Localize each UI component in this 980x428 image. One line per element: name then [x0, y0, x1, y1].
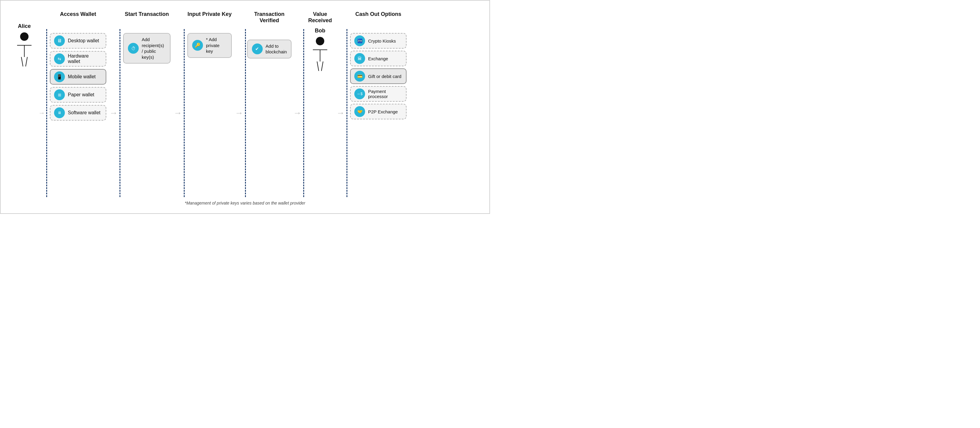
dashed-line-6	[347, 29, 348, 197]
cashout-payment-processor: ↔$ Payment processor	[350, 86, 407, 101]
bob-body	[320, 50, 320, 62]
arrow-wallets-to-start: →	[108, 108, 119, 118]
blockchain-text: Add to blockchain	[266, 43, 287, 55]
access-wallet-column: Access Wallet 🖥 Desktop wallet ⇆ Hardwar…	[48, 11, 108, 203]
alice-leg-right	[25, 57, 28, 66]
dashed-line-5	[303, 29, 304, 197]
dashed-line-4	[245, 29, 246, 197]
value-received-title: Value Received	[307, 11, 333, 24]
wallet-list: 🖥 Desktop wallet ⇆ Hardware wallet 📱 Mob…	[50, 33, 106, 120]
arrow-alice-to-wallets: →	[38, 109, 46, 117]
alice-head	[20, 32, 29, 41]
software-wallet-label: Software wallet	[68, 110, 100, 116]
divider-3	[183, 29, 186, 197]
arrow-verified-to-bob: →	[292, 108, 303, 118]
bob-legs	[317, 62, 323, 71]
mobile-wallet-icon: 📱	[54, 71, 65, 82]
private-key-icon: 🔑	[192, 40, 203, 51]
alice-leg-left	[21, 57, 24, 66]
step-add-blockchain: ✔ Add to blockchain	[247, 40, 292, 59]
alice-legs	[21, 57, 28, 67]
alice-column: Alice	[11, 11, 38, 203]
dashed-line-1	[46, 29, 48, 197]
p2p-exchange-label: P2P Exchange	[368, 109, 398, 114]
cashout-exchange: 🏛 Exchange	[350, 51, 407, 66]
exchange-icon: 🏛	[354, 53, 365, 64]
access-wallet-title: Access Wallet	[60, 11, 96, 18]
desktop-wallet-icon: 🖥	[54, 35, 65, 46]
cash-out-options-title: Cash Out Options	[355, 11, 401, 18]
bob-label: Bob	[315, 28, 326, 34]
bob-leg-right	[321, 62, 323, 71]
wallet-desktop: 🖥 Desktop wallet	[50, 33, 106, 49]
gift-debit-label: Gift or debit card	[368, 74, 401, 79]
gift-debit-icon: 💳	[354, 71, 365, 82]
wallet-paper: ⊞ Paper wallet	[50, 87, 106, 103]
input-private-key-title: Input Private Key	[187, 11, 231, 18]
dashed-line-3	[184, 29, 185, 197]
arrow-start-to-private: →	[172, 108, 183, 118]
start-transaction-column: Start Transaction ⏱ Add recipient(s) / p…	[121, 11, 172, 203]
alice-body	[24, 46, 25, 57]
divider-5	[303, 29, 305, 197]
add-recipient-text: Add recipient(s) / public key(s)	[142, 36, 166, 60]
start-transaction-title: Start Transaction	[125, 11, 169, 18]
mobile-wallet-label: Mobile wallet	[68, 74, 95, 79]
wallet-mobile: 📱 Mobile wallet	[50, 69, 106, 85]
divider-1	[46, 29, 48, 197]
arrow-bob-to-cashout: →	[335, 108, 346, 118]
cash-out-options-column: Cash Out Options 🏧 Crypto Kiosks 🏛 Excha…	[348, 11, 408, 203]
bob-person: Bob	[313, 28, 327, 71]
bob-leg-left	[317, 62, 319, 71]
cashout-p2p-exchange: 🤝 P2P Exchange	[350, 104, 407, 119]
input-private-key-column: Input Private Key 🔑 * Add private key	[186, 11, 234, 203]
exchange-label: Exchange	[368, 56, 388, 61]
alice-person: Alice	[17, 23, 32, 67]
transaction-verified-column: Transaction Verified ✔ Add to blockchain	[247, 11, 292, 203]
p2p-exchange-icon: 🤝	[354, 106, 365, 117]
hardware-wallet-icon: ⇆	[54, 53, 65, 64]
software-wallet-icon: 🖥	[54, 107, 65, 118]
divider-6	[346, 29, 348, 197]
transaction-verified-title: Transaction Verified	[248, 11, 290, 24]
private-key-text: * Add private key	[206, 36, 227, 54]
add-recipient-icon: ⏱	[128, 43, 139, 54]
alice-label: Alice	[18, 23, 30, 29]
hardware-wallet-label: Hardware wallet	[68, 53, 102, 64]
crypto-kiosks-label: Crypto Kiosks	[368, 38, 396, 43]
crypto-kiosks-icon: 🏧	[354, 35, 365, 46]
wallet-hardware: ⇆ Hardware wallet	[50, 51, 106, 67]
payment-processor-label: Payment processor	[368, 89, 402, 99]
step-add-private-key: 🔑 * Add private key	[187, 33, 232, 58]
paper-wallet-icon: ⊞	[54, 89, 65, 100]
wallet-software: 🖥 Software wallet	[50, 105, 106, 120]
dashed-line-2	[119, 29, 121, 197]
cashout-list: 🏧 Crypto Kiosks 🏛 Exchange 💳 Gift or deb…	[350, 33, 407, 119]
cashout-gift-debit: 💳 Gift or debit card	[350, 68, 407, 84]
arrow-private-to-verified: →	[234, 108, 244, 118]
divider-2	[119, 29, 121, 197]
diagram: Alice → Access Wallet 🖥 Desktop wallet	[8, 5, 482, 209]
footnote: *Management of private keys varies based…	[185, 201, 305, 206]
step-add-recipient: ⏱ Add recipient(s) / public key(s)	[123, 33, 170, 63]
paper-wallet-label: Paper wallet	[68, 92, 94, 97]
divider-4	[244, 29, 247, 197]
desktop-wallet-label: Desktop wallet	[68, 38, 99, 43]
bob-head	[316, 37, 324, 45]
cashout-crypto-kiosks: 🏧 Crypto Kiosks	[350, 33, 407, 49]
payment-processor-icon: ↔$	[354, 89, 365, 99]
blockchain-icon: ✔	[252, 43, 263, 54]
value-received-column: Value Received Bob	[305, 11, 335, 203]
